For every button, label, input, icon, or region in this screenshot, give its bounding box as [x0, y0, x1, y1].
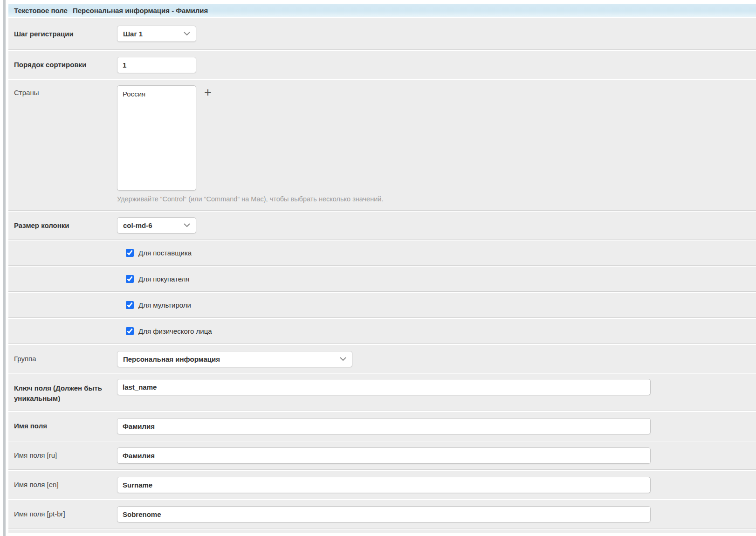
form-row-group: Группа Персональная информация — [8, 345, 756, 373]
form-row-checkbox-supplier: Для поставщика — [8, 241, 756, 266]
column-size-value: col-md-6 — [123, 221, 152, 229]
column-size-select[interactable]: col-md-6 — [117, 217, 196, 234]
form-row-field-name: Имя поля — [8, 412, 756, 440]
form-row-sort-order: Порядок сортировки — [8, 51, 756, 79]
field-name-ru-input[interactable] — [117, 447, 651, 464]
chevron-down-icon — [340, 357, 346, 361]
multirole-checkbox-label: Для мультироли — [138, 301, 191, 309]
form-row-checkbox-individual: Для физического лица — [8, 319, 756, 344]
form-row-checkbox-multirole: Для мультироли — [8, 293, 756, 318]
individual-checkbox[interactable] — [126, 327, 134, 335]
field-name-ptbr-label: Имя поля [pt-br] — [8, 509, 117, 519]
chevron-down-icon — [184, 32, 190, 36]
multirole-checkbox[interactable] — [126, 301, 134, 309]
scrollbar[interactable] — [3, 0, 6, 536]
form-row-field-name-ru: Имя поля [ru] — [8, 441, 756, 470]
field-name-ru-label: Имя поля [ru] — [8, 450, 117, 460]
countries-option-russia[interactable]: Россия — [123, 90, 191, 98]
next-form-row-partial — [8, 529, 756, 533]
form-row-registration-step: Шаг регистрации Шаг 1 — [8, 18, 756, 50]
countries-control: Россия + Удерживайте “Control“ (или “Com… — [117, 85, 383, 203]
object-name-label: Персональная информация - Фамилия — [73, 7, 208, 14]
supplier-checkbox-label: Для поставщика — [138, 249, 192, 257]
countries-help-text: Удерживайте “Control“ (или “Command“ на … — [117, 195, 383, 203]
registration-step-label: Шаг регистрации — [8, 29, 117, 39]
buyer-checkbox[interactable] — [126, 275, 134, 283]
registration-step-value: Шаг 1 — [123, 30, 143, 38]
form-row-field-key: Ключ поля (Должен быть уникальным) — [8, 374, 756, 411]
form-row-checkbox-buyer: Для покупателя — [8, 267, 756, 292]
fieldset-module: Текстовое поле Персональная информация -… — [8, 4, 756, 534]
countries-multiselect[interactable]: Россия — [117, 85, 196, 191]
form-row-column-size: Размер колонки col-md-6 — [8, 212, 756, 240]
field-name-en-input[interactable] — [117, 477, 651, 493]
field-name-ptbr-input[interactable] — [117, 506, 651, 522]
form-row-countries: Страны Россия + Удерживайте “Control“ (и… — [8, 80, 756, 211]
supplier-checkbox[interactable] — [126, 249, 134, 257]
add-country-icon[interactable]: + — [204, 86, 212, 98]
module-caption: Текстовое поле Персональная информация -… — [8, 4, 756, 17]
sort-order-input[interactable] — [117, 57, 196, 73]
object-type-label: Текстовое поле — [14, 7, 68, 14]
registration-step-select[interactable]: Шаг 1 — [117, 26, 196, 42]
sort-order-label: Порядок сортировки — [8, 60, 117, 70]
field-key-input[interactable] — [117, 379, 651, 395]
buyer-checkbox-label: Для покупателя — [138, 275, 189, 283]
form-row-field-name-en: Имя поля [en] — [8, 471, 756, 499]
individual-checkbox-label: Для физического лица — [138, 327, 212, 335]
field-name-input[interactable] — [117, 418, 651, 434]
column-size-label: Размер колонки — [8, 220, 117, 231]
field-name-en-label: Имя поля [en] — [8, 480, 117, 490]
group-select[interactable]: Персональная информация — [117, 351, 352, 367]
chevron-down-icon — [184, 223, 190, 227]
countries-label: Страны — [8, 85, 117, 98]
field-name-label: Имя поля — [8, 421, 117, 431]
form-row-field-name-ptbr: Имя поля [pt-br] — [8, 500, 756, 529]
field-key-label: Ключ поля (Должен быть уникальным) — [8, 374, 117, 404]
group-label: Группа — [8, 354, 117, 364]
group-value: Персональная информация — [123, 355, 220, 363]
